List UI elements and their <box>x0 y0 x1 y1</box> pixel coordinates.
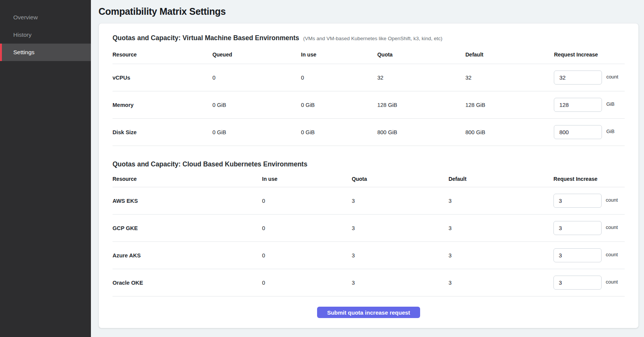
table-row-gcp-gke: GCP GKE 0 3 3 count <box>113 215 625 242</box>
unit-label: count <box>606 74 618 80</box>
page-title: Compatibility Matrix Settings <box>98 6 639 17</box>
sidebar: Overview History Settings <box>0 0 91 337</box>
vm-section-heading: Quotas and Capacity: Virtual Machine Bas… <box>113 34 625 42</box>
in-use-value: 0 GiB <box>301 102 377 108</box>
oracle-oke-request-input[interactable] <box>553 276 602 290</box>
unit-label: count <box>606 279 618 285</box>
request-increase-cell: GiB <box>554 125 625 139</box>
table-row-oracle-oke: Oracle OKE 0 3 3 count <box>113 269 625 296</box>
resource-name: AWS EKS <box>113 198 262 204</box>
disk-size-request-input[interactable] <box>554 125 602 139</box>
in-use-value: 0 <box>262 280 352 286</box>
request-increase-cell: count <box>554 71 625 85</box>
sidebar-item-history[interactable]: History <box>0 26 91 44</box>
main-content: Compatibility Matrix Settings Quotas and… <box>91 0 644 337</box>
quota-value: 3 <box>352 198 449 204</box>
k8s-col-resource: Resource <box>113 176 262 182</box>
k8s-section-heading: Quotas and Capacity: Cloud Based Kuberne… <box>113 160 625 168</box>
vm-col-resource: Resource <box>113 52 213 58</box>
vm-section-subtitle: (VMs and VM-based Kubernetes like OpenSh… <box>303 36 442 41</box>
unit-label: GiB <box>606 129 614 134</box>
request-increase-cell: count <box>553 248 625 262</box>
table-row-vcpus: vCPUs 0 0 32 32 count <box>113 64 625 91</box>
azure-aks-request-input[interactable] <box>553 248 602 262</box>
default-value: 3 <box>449 280 553 286</box>
queued-value: 0 GiB <box>213 102 301 108</box>
in-use-value: 0 <box>262 252 352 259</box>
vm-table-header: Resource Queued In use Quota Default Req… <box>113 45 625 64</box>
vm-col-quota: Quota <box>377 52 466 58</box>
in-use-value: 0 <box>262 198 352 204</box>
unit-label: GiB <box>606 101 614 107</box>
k8s-col-default: Default <box>449 176 553 182</box>
quota-value: 3 <box>352 225 449 231</box>
resource-name: GCP GKE <box>113 225 262 231</box>
vm-col-request-increase: Request Increase <box>554 52 625 58</box>
default-value: 32 <box>465 75 554 81</box>
aws-eks-request-input[interactable] <box>553 194 602 208</box>
table-row-disk-size: Disk Size 0 GiB 0 GiB 800 GiB 800 GiB Gi… <box>113 119 625 146</box>
table-row-memory: Memory 0 GiB 0 GiB 128 GiB 128 GiB GiB <box>113 91 625 119</box>
quota-value: 32 <box>377 75 466 81</box>
sidebar-item-overview[interactable]: Overview <box>0 9 91 26</box>
k8s-col-quota: Quota <box>352 176 449 182</box>
in-use-value: 0 GiB <box>301 129 377 135</box>
vm-quotas-section: Quotas and Capacity: Virtual Machine Bas… <box>113 34 625 146</box>
card-footer: Submit quota increase request <box>113 296 625 318</box>
queued-value: 0 <box>213 75 301 81</box>
sidebar-item-settings-label: Settings <box>13 49 34 56</box>
default-value: 3 <box>449 252 553 259</box>
k8s-quotas-section: Quotas and Capacity: Cloud Based Kuberne… <box>113 160 625 296</box>
submit-quota-increase-button[interactable]: Submit quota increase request <box>317 307 420 318</box>
in-use-value: 0 <box>262 225 352 231</box>
unit-label: count <box>606 224 618 230</box>
unit-label: count <box>606 197 618 203</box>
vm-section-title: Quotas and Capacity: Virtual Machine Bas… <box>113 34 299 42</box>
resource-name: Oracle OKE <box>113 280 262 286</box>
sidebar-item-history-label: History <box>13 31 31 38</box>
gcp-gke-request-input[interactable] <box>553 221 602 235</box>
settings-card: Quotas and Capacity: Virtual Machine Bas… <box>98 23 639 328</box>
default-value: 128 GiB <box>465 102 554 108</box>
vm-col-in-use: In use <box>301 52 377 58</box>
resource-name: Azure AKS <box>113 252 262 259</box>
table-row-aws-eks: AWS EKS 0 3 3 count <box>113 187 625 215</box>
quota-value: 3 <box>352 252 449 259</box>
resource-name: vCPUs <box>113 75 213 81</box>
k8s-col-request-increase: Request Increase <box>553 176 625 182</box>
unit-label: count <box>606 252 618 257</box>
quota-value: 128 GiB <box>377 102 466 108</box>
k8s-section-title: Quotas and Capacity: Cloud Based Kuberne… <box>113 160 307 168</box>
request-increase-cell: GiB <box>554 98 625 112</box>
table-row-azure-aks: Azure AKS 0 3 3 count <box>113 242 625 269</box>
default-value: 3 <box>449 198 553 204</box>
sidebar-item-overview-label: Overview <box>13 14 38 21</box>
memory-request-input[interactable] <box>554 98 602 112</box>
in-use-value: 0 <box>301 75 377 81</box>
vcpus-request-input[interactable] <box>554 71 602 85</box>
quota-value: 800 GiB <box>377 129 466 135</box>
request-increase-cell: count <box>553 276 625 290</box>
resource-name: Memory <box>113 102 213 108</box>
default-value: 800 GiB <box>465 129 554 135</box>
request-increase-cell: count <box>553 194 625 208</box>
k8s-table-header: Resource In use Quota Default Request In… <box>113 171 625 187</box>
request-increase-cell: count <box>553 221 625 235</box>
k8s-col-in-use: In use <box>262 176 352 182</box>
queued-value: 0 GiB <box>213 129 301 135</box>
default-value: 3 <box>449 225 553 231</box>
vm-col-default: Default <box>465 52 554 58</box>
app-layout: Overview History Settings Compatibility … <box>0 0 644 337</box>
resource-name: Disk Size <box>113 129 213 135</box>
vm-col-queued: Queued <box>213 52 301 58</box>
sidebar-item-settings[interactable]: Settings <box>0 44 91 61</box>
quota-value: 3 <box>352 280 449 286</box>
